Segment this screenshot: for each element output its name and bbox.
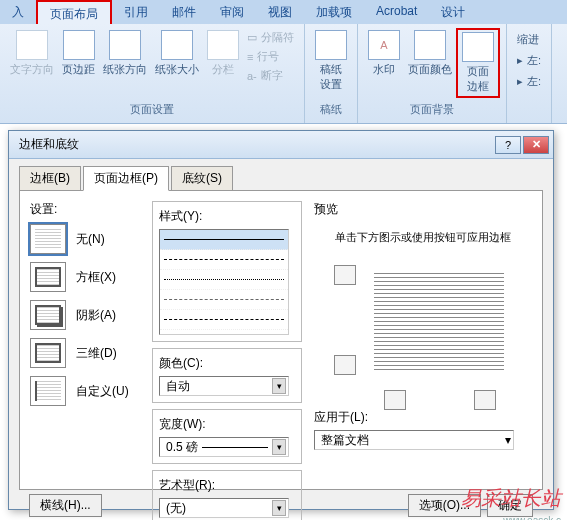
settings-label: 设置: [30, 201, 140, 218]
setting-custom[interactable]: 自定义(U) [30, 376, 140, 406]
ribbon-tab-design[interactable]: 设计 [429, 0, 477, 24]
columns-icon [207, 30, 239, 60]
watermark-url: www.easck.c [503, 515, 561, 520]
tab-page-border[interactable]: 页面边框(P) [83, 166, 169, 191]
line-numbers-button[interactable]: ≡行号 [247, 49, 294, 64]
setting-3d[interactable]: 三维(D) [30, 338, 140, 368]
page-borders-button[interactable]: 页面 边框 [456, 28, 500, 98]
style-dot[interactable] [160, 270, 288, 290]
borders-shading-dialog: 边框和底纹 ? ✕ 边框(B) 页面边框(P) 底纹(S) 设置: 无(N) 方… [8, 130, 554, 510]
hline-button[interactable]: 横线(H)... [29, 494, 102, 517]
group-page-setup: 文字方向 页边距 纸张方向 纸张大小 分栏 ▭分隔符 ≡行号 a-断字 页面设置 [0, 24, 305, 123]
group-label-page-setup: 页面设置 [6, 100, 298, 119]
dropdown-arrow-icon: ▾ [272, 439, 286, 455]
group-manuscript: 稿纸 设置 稿纸 [305, 24, 358, 123]
group-label-manuscript: 稿纸 [311, 100, 351, 119]
paper-size-icon [161, 30, 193, 60]
watermark-button[interactable]: A水印 [364, 28, 404, 79]
page-color-icon [414, 30, 446, 60]
watermark-icon: A [368, 30, 400, 60]
width-combo[interactable]: 0.5 磅▾ [159, 437, 289, 457]
ribbon-tab-insert[interactable]: 入 [0, 0, 36, 24]
ribbon-tab-acrobat[interactable]: Acrobat [364, 0, 429, 24]
dropdown-arrow-icon: ▾ [272, 378, 286, 394]
text-direction-button[interactable]: 文字方向 [6, 28, 58, 79]
manuscript-button[interactable]: 稿纸 设置 [311, 28, 351, 94]
group-label-page-background: 页面背景 [364, 100, 500, 119]
ribbon-tab-page-layout[interactable]: 页面布局 [36, 0, 112, 24]
setting-none[interactable]: 无(N) [30, 224, 140, 254]
group-page-background: A水印 页面颜色 页面 边框 页面背景 [358, 24, 507, 123]
border-bottom-marker[interactable] [334, 355, 356, 375]
apply-label: 应用于(L): [314, 409, 532, 426]
indent-left[interactable]: ▸左: [517, 53, 541, 68]
ribbon-content: 文字方向 页边距 纸张方向 纸张大小 分栏 ▭分隔符 ≡行号 a-断字 页面设置… [0, 24, 567, 124]
art-combo[interactable]: (无)▾ [159, 498, 289, 518]
dropdown-arrow-icon: ▾ [505, 433, 511, 447]
ribbon-tab-review[interactable]: 审阅 [208, 0, 256, 24]
art-label: 艺术型(R): [159, 477, 295, 494]
group-indent: 缩进 ▸左: ▸左: [507, 24, 552, 123]
style-dash1[interactable] [160, 250, 288, 270]
preview-hint: 单击下方图示或使用按钮可应用边框 [314, 230, 532, 245]
margins-icon [63, 30, 95, 60]
style-dashdot[interactable] [160, 310, 288, 330]
dropdown-arrow-icon: ▾ [272, 500, 286, 516]
hyphenation-icon: a- [247, 70, 257, 82]
dialog-tab-row: 边框(B) 页面边框(P) 底纹(S) [19, 166, 543, 191]
breaks-icon: ▭ [247, 31, 257, 44]
setting-3d-icon [30, 338, 66, 368]
breaks-button[interactable]: ▭分隔符 [247, 30, 294, 45]
style-solid[interactable] [160, 230, 288, 250]
orientation-icon [109, 30, 141, 60]
help-button[interactable]: ? [495, 136, 521, 154]
style-label: 样式(Y): [159, 208, 295, 225]
border-top-marker[interactable] [334, 265, 356, 285]
border-left-marker[interactable] [384, 390, 406, 410]
text-direction-icon [16, 30, 48, 60]
ribbon-tab-row: 入 页面布局 引用 邮件 审阅 视图 加载项 Acrobat 设计 [0, 0, 567, 24]
width-label: 宽度(W): [159, 416, 295, 433]
preview-label: 预览 [314, 201, 532, 218]
setting-custom-icon [30, 376, 66, 406]
line-numbers-icon: ≡ [247, 51, 253, 63]
tab-shading[interactable]: 底纹(S) [171, 166, 233, 191]
manuscript-icon [315, 30, 347, 60]
style-dash2[interactable] [160, 290, 288, 310]
page-borders-icon [462, 32, 494, 62]
setting-box[interactable]: 方框(X) [30, 262, 140, 292]
ribbon-tab-references[interactable]: 引用 [112, 0, 160, 24]
ribbon-tab-mailings[interactable]: 邮件 [160, 0, 208, 24]
tab-borders[interactable]: 边框(B) [19, 166, 81, 191]
watermark-text: 易采站长站 [461, 485, 561, 512]
ribbon-tab-addins[interactable]: 加载项 [304, 0, 364, 24]
setting-none-icon [30, 224, 66, 254]
setting-shadow-icon [30, 300, 66, 330]
border-right-marker[interactable] [474, 390, 496, 410]
indent-label: 缩进 [517, 32, 541, 47]
preview-area [314, 255, 532, 405]
close-button[interactable]: ✕ [523, 136, 549, 154]
paper-size-button[interactable]: 纸张大小 [151, 28, 203, 79]
color-combo[interactable]: 自动▾ [159, 376, 289, 396]
style-list[interactable] [159, 229, 289, 335]
margins-button[interactable]: 页边距 [58, 28, 99, 79]
apply-combo[interactable]: 整篇文档▾ [314, 430, 514, 450]
dialog-titlebar: 边框和底纹 ? ✕ [9, 131, 553, 159]
dialog-title: 边框和底纹 [13, 136, 495, 153]
hyphenation-button[interactable]: a-断字 [247, 68, 294, 83]
setting-shadow[interactable]: 阴影(A) [30, 300, 140, 330]
ribbon-tab-view[interactable]: 视图 [256, 0, 304, 24]
color-label: 颜色(C): [159, 355, 295, 372]
setting-box-icon [30, 262, 66, 292]
columns-button[interactable]: 分栏 [203, 28, 243, 79]
page-color-button[interactable]: 页面颜色 [404, 28, 456, 79]
orientation-button[interactable]: 纸张方向 [99, 28, 151, 79]
indent-right[interactable]: ▸左: [517, 74, 541, 89]
tab-panel: 设置: 无(N) 方框(X) 阴影(A) 三维(D) [19, 190, 543, 490]
preview-page [374, 273, 504, 373]
